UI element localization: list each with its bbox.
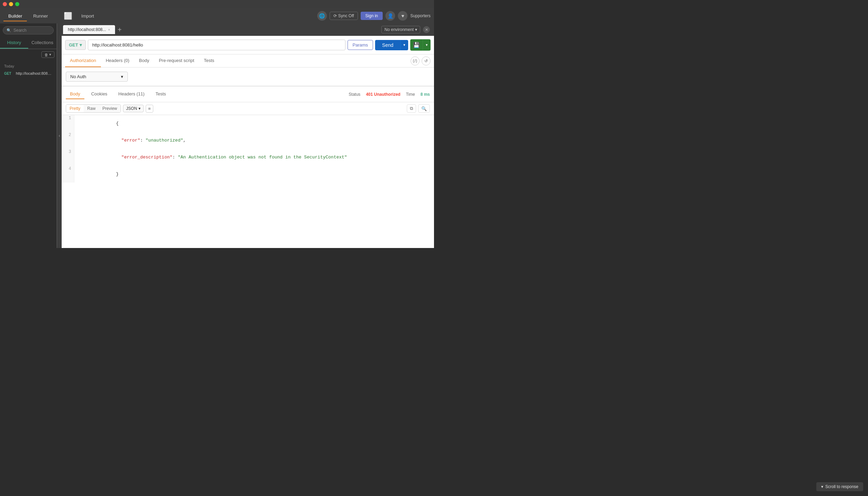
- json-format-label: JSON: [126, 106, 137, 111]
- sidebar-section-today: Today: [0, 63, 56, 70]
- sync-btn[interactable]: ⟳ Sync Off: [330, 12, 358, 20]
- globe-icon[interactable]: 🌐: [317, 11, 327, 21]
- environment-label: No environment: [384, 27, 414, 32]
- time-label: Time: [406, 92, 415, 97]
- url-input[interactable]: [88, 40, 345, 50]
- request-builder: GET ▾ Params Send ▾ 💾 ▾: [62, 36, 434, 54]
- status-label: Status: [349, 92, 360, 97]
- time-value: 8 ms: [421, 92, 430, 97]
- response-header: Body Cookies Headers (11) Tests Status 4…: [62, 86, 434, 102]
- method-chevron-icon: ▾: [80, 42, 82, 48]
- send-btn-group: Send ▾: [375, 40, 408, 50]
- tab-authorization[interactable]: Authorization: [65, 54, 101, 67]
- tab-bar: http://localhost:808... × + No environme…: [62, 23, 434, 36]
- nav-right: 🌐 ⟳ Sync Off Sign in 👤 ♥ Supporters: [317, 11, 431, 21]
- tab-bar-right: No environment ▾ ✕: [124, 26, 433, 33]
- method-get-badge: GET: [4, 72, 14, 75]
- traffic-light-yellow[interactable]: [9, 2, 13, 6]
- line-number: 2: [62, 132, 74, 149]
- nav-builder-btn[interactable]: Builder: [3, 11, 27, 21]
- line-content: "error": "unauthorized",: [74, 132, 434, 149]
- request-tab-active[interactable]: http://localhost:808... ×: [63, 25, 115, 34]
- env-icon[interactable]: ✕: [423, 26, 430, 33]
- format-tabs: Pretty Raw Preview: [66, 104, 121, 113]
- user-icon[interactable]: 👤: [385, 11, 395, 21]
- response-code-area: 1 { 2 "error": "unauthorized", 3: [62, 115, 434, 248]
- delete-history-btn[interactable]: 🗑 ▾: [41, 51, 54, 58]
- params-btn[interactable]: Params: [348, 40, 373, 50]
- status-value: 401 Unauthorized: [366, 92, 400, 97]
- tab-close-btn[interactable]: ×: [108, 28, 110, 32]
- tab-tests[interactable]: Tests: [199, 54, 219, 67]
- nav-runner-btn[interactable]: Runner: [28, 11, 53, 21]
- format-preview-btn[interactable]: Preview: [99, 105, 121, 112]
- table-row: 4 }: [62, 166, 434, 183]
- resp-body-right: ⧉ 🔍: [407, 104, 430, 113]
- sidebar: 🔍 Search History Collections 🗑 ▾ Today G…: [0, 23, 57, 248]
- format-raw-btn[interactable]: Raw: [84, 105, 99, 112]
- sync-icon: ⟳: [333, 13, 337, 18]
- json-format-select[interactable]: JSON ▾: [123, 105, 144, 112]
- auth-dropdown[interactable]: No Auth ▾: [66, 72, 128, 82]
- refresh-btn[interactable]: ↺: [422, 56, 431, 65]
- response-section: Body Cookies Headers (11) Tests Status 4…: [62, 86, 434, 248]
- method-label: GET: [69, 42, 78, 48]
- heart-icon[interactable]: ♥: [398, 11, 407, 21]
- resp-tab-cookies[interactable]: Cookies: [87, 89, 112, 99]
- sidebar-tab-collections[interactable]: Collections: [28, 37, 56, 49]
- save-icon: 💾: [413, 42, 420, 48]
- wrap-lines-btn[interactable]: ≡: [146, 105, 153, 113]
- req-tab-icons: ⟨/⟩ ↺: [411, 56, 431, 65]
- json-chevron-icon: ▾: [138, 106, 141, 111]
- request-tabs: Authorization Headers (0) Body Pre-reque…: [62, 54, 434, 68]
- env-chevron-icon: ▾: [415, 27, 417, 32]
- search-bar[interactable]: 🔍 Search: [3, 26, 54, 34]
- tab-pre-request[interactable]: Pre-request script: [154, 54, 199, 67]
- tab-url-label: http://localhost:808...: [68, 27, 106, 32]
- code-table: 1 { 2 "error": "unauthorized", 3: [62, 115, 434, 183]
- sidebar-tab-history[interactable]: History: [0, 37, 28, 49]
- url-bar: GET ▾ Params Send ▾ 💾 ▾: [65, 39, 431, 51]
- table-row: 3 "error_description": "An Authenticatio…: [62, 149, 434, 166]
- save-btn-group: 💾 ▾: [410, 39, 431, 51]
- sidebar-tabs: History Collections: [0, 37, 56, 49]
- send-btn[interactable]: Send: [375, 40, 400, 50]
- resp-tab-tests[interactable]: Tests: [151, 89, 170, 99]
- add-tab-btn[interactable]: +: [116, 26, 124, 33]
- auth-value: No Auth: [70, 74, 86, 79]
- traffic-light-red[interactable]: [3, 2, 7, 6]
- title-bar: [0, 0, 434, 8]
- tab-body[interactable]: Body: [134, 54, 154, 67]
- resp-body-toolbar: Pretty Raw Preview JSON ▾ ≡ ⧉ 🔍: [62, 102, 434, 115]
- table-row: 1 {: [62, 115, 434, 132]
- method-select[interactable]: GET ▾: [65, 40, 86, 50]
- supporters-label: Supporters: [410, 13, 431, 18]
- sidebar-collapse-btn[interactable]: ‹: [57, 23, 62, 248]
- nav-import-btn[interactable]: Import: [76, 11, 99, 21]
- resp-tab-resp-headers[interactable]: Headers (11): [114, 89, 149, 99]
- resp-tab-body[interactable]: Body: [66, 89, 84, 99]
- search-placeholder: Search: [13, 28, 27, 33]
- tab-headers[interactable]: Headers (0): [101, 54, 134, 67]
- delete-chevron: ▾: [49, 52, 51, 57]
- format-pretty-btn[interactable]: Pretty: [66, 105, 84, 112]
- new-tab-icon[interactable]: ⬜: [61, 10, 75, 21]
- line-number: 3: [62, 149, 74, 166]
- sign-in-btn[interactable]: Sign in: [361, 12, 383, 20]
- code-view-btn[interactable]: ⟨/⟩: [411, 56, 420, 65]
- traffic-light-green[interactable]: [15, 2, 19, 6]
- content-area: http://localhost:808... × + No environme…: [62, 23, 434, 248]
- line-content: "error_description": "An Authentication …: [74, 149, 434, 166]
- auth-section: No Auth ▾: [62, 68, 434, 86]
- table-row: 2 "error": "unauthorized",: [62, 132, 434, 149]
- search-icon: 🔍: [7, 28, 11, 33]
- save-dropdown-btn[interactable]: ▾: [423, 39, 431, 51]
- copy-response-btn[interactable]: ⧉: [407, 104, 416, 113]
- search-response-btn[interactable]: 🔍: [418, 104, 430, 113]
- save-btn[interactable]: 💾: [410, 39, 423, 51]
- send-dropdown-btn[interactable]: ▾: [400, 40, 408, 50]
- trash-icon: 🗑: [44, 53, 48, 57]
- environment-select[interactable]: No environment ▾: [381, 26, 420, 33]
- list-item[interactable]: GET http://localhost:8081/hello: [0, 70, 56, 77]
- top-nav: Builder Runner ⬜ Import 🌐 ⟳ Sync Off Sig…: [0, 8, 434, 23]
